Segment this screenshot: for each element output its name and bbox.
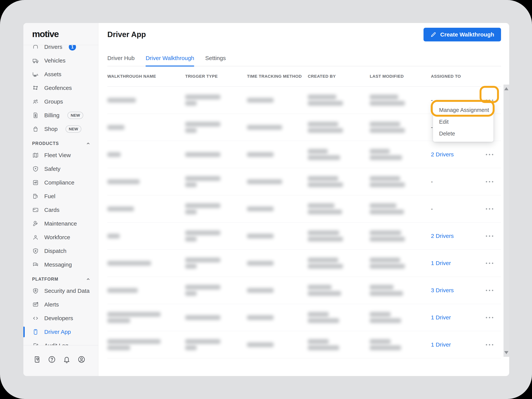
last-modified-redacted xyxy=(370,147,431,162)
created-by-redacted xyxy=(308,310,370,324)
tab-driver-walkthrough[interactable]: Driver Walkthrough xyxy=(146,55,194,66)
sidebar-item-label: Groups xyxy=(44,98,63,105)
menu-item-edit[interactable]: Edit xyxy=(433,116,494,128)
create-walkthrough-button[interactable]: Create Walkthrough xyxy=(424,28,501,41)
sidebar-item-cards[interactable]: Cards xyxy=(23,203,98,217)
last-modified-redacted xyxy=(370,256,431,270)
sidebar-item-developers[interactable]: Developers xyxy=(23,311,98,325)
sidebar-item-dispatch[interactable]: Dispatch xyxy=(23,244,98,258)
sidebar-item-label: Audit Log xyxy=(44,342,68,345)
person-icon xyxy=(32,234,39,241)
new-badge: NEW xyxy=(67,112,83,119)
column-header-asgn: ASSIGNED TO xyxy=(431,74,501,79)
sidebar-item-assets[interactable]: Assets xyxy=(23,67,98,81)
sidebar-item-workforce[interactable]: Workforce xyxy=(23,230,98,244)
row-actions-ellipsis-icon[interactable] xyxy=(485,261,494,266)
sidebar-item-label: Safety xyxy=(44,166,60,172)
tab-settings[interactable]: Settings xyxy=(205,55,226,66)
sidebar-item-label: Fleet View xyxy=(44,152,71,158)
sidebar-item-alerts[interactable]: Alerts xyxy=(23,298,98,311)
sidebar-item-compliance[interactable]: Compliance xyxy=(23,176,98,190)
tab-bar: Driver HubDriver WalkthroughSettings xyxy=(107,55,501,66)
created-by-redacted xyxy=(308,256,370,270)
assigned-drivers-link[interactable]: 2 Drivers xyxy=(431,233,454,239)
sidebar-item-fleet-view[interactable]: Fleet View xyxy=(23,148,98,162)
sidebar-item-label: Assets xyxy=(44,71,61,77)
scroll-down-arrow-icon[interactable] xyxy=(504,351,508,354)
walkthrough-name-redacted xyxy=(107,124,185,131)
account-icon[interactable] xyxy=(77,355,86,364)
sidebar-item-label: Messaging xyxy=(44,261,72,268)
dispatch-icon xyxy=(32,247,39,254)
column-header-name: WALKTHROUGH NAME xyxy=(107,74,185,79)
last-modified-redacted xyxy=(370,338,431,352)
table-row: - xyxy=(107,195,501,222)
trigger-type-redacted xyxy=(185,202,247,216)
sidebar-item-vehicles[interactable]: Vehicles xyxy=(23,54,98,67)
walkthrough-name-redacted xyxy=(107,96,185,104)
menu-item-delete[interactable]: Delete xyxy=(433,128,494,139)
logbook-icon[interactable] xyxy=(33,355,41,364)
tab-driver-hub[interactable]: Driver Hub xyxy=(107,55,134,66)
bell-icon[interactable] xyxy=(63,355,71,364)
sidebar-item-audit-log[interactable]: Audit Log xyxy=(23,339,98,345)
sidebar-item-label: Driver App xyxy=(44,329,71,335)
column-header-mod: LAST MODIFIED xyxy=(370,74,431,79)
background-panel: motive Drivers1VehiclesAssetsGeofencesGr… xyxy=(0,0,532,399)
trigger-type-redacted xyxy=(185,175,247,189)
sidebar-item-maintenance[interactable]: Maintenance xyxy=(23,217,98,230)
sidebar-item-messaging[interactable]: Messaging xyxy=(23,258,98,272)
shop-icon xyxy=(32,126,39,133)
row-actions-ellipsis-icon[interactable] xyxy=(485,234,494,239)
created-by-redacted xyxy=(308,338,370,352)
sidebar-item-label: Maintenance xyxy=(44,220,77,227)
created-by-redacted xyxy=(308,93,370,107)
chevron-up-icon[interactable] xyxy=(86,277,91,282)
time-tracking-method-redacted xyxy=(247,124,308,131)
table-row: 2 Drivers xyxy=(107,141,501,168)
trigger-type-redacted xyxy=(185,120,247,134)
sidebar-item-driver-app[interactable]: Driver App xyxy=(23,325,98,339)
assigned-drivers-link[interactable]: 1 Driver xyxy=(431,260,451,266)
trigger-type-redacted xyxy=(185,314,247,322)
sidebar-item-security-and-data[interactable]: Security and Data xyxy=(23,284,98,298)
sidebar-item-billing[interactable]: BillingNEW xyxy=(23,108,98,122)
assigned-to-value: - xyxy=(431,206,433,212)
sidebar-section-platform[interactable]: PLATFORM xyxy=(23,272,98,284)
wrench-icon xyxy=(32,220,39,227)
menu-item-manage-assignment[interactable]: Manage Assignment xyxy=(433,104,494,116)
column-header-time: TIME TRACKING METHOD xyxy=(247,74,308,79)
chevron-up-icon[interactable] xyxy=(86,141,91,146)
sidebar-item-shop[interactable]: ShopNEW xyxy=(23,122,98,136)
walkthrough-name-redacted xyxy=(107,178,185,186)
assigned-to-value: - xyxy=(431,124,433,131)
table-row: 3 Drivers xyxy=(107,277,501,304)
assigned-drivers-link[interactable]: 2 Drivers xyxy=(431,151,454,158)
last-modified-redacted xyxy=(370,120,431,134)
audit-icon xyxy=(32,342,39,345)
assigned-drivers-link[interactable]: 1 Driver xyxy=(431,342,451,348)
sidebar-item-label: Workforce xyxy=(44,234,70,241)
sidebar-item-geofences[interactable]: Geofences xyxy=(23,81,98,95)
sidebar-item-safety[interactable]: Safety xyxy=(23,162,98,176)
row-actions-ellipsis-icon[interactable] xyxy=(485,342,494,347)
help-icon[interactable] xyxy=(48,355,56,364)
walkthrough-name-redacted xyxy=(107,205,185,213)
row-actions-ellipsis-icon[interactable] xyxy=(485,315,494,320)
walkthrough-name-redacted xyxy=(107,338,185,352)
table-scrollbar[interactable] xyxy=(504,85,509,357)
row-actions-ellipsis-icon[interactable] xyxy=(485,288,494,293)
created-by-redacted xyxy=(308,283,370,297)
card-icon xyxy=(32,207,39,213)
row-actions-ellipsis-icon[interactable] xyxy=(485,152,494,157)
assigned-drivers-link[interactable]: 1 Driver xyxy=(431,314,451,321)
sidebar-item-groups[interactable]: Groups xyxy=(23,95,98,108)
scroll-up-arrow-icon[interactable] xyxy=(504,87,508,90)
assigned-drivers-link[interactable]: 3 Drivers xyxy=(431,287,454,294)
sidebar: motive Drivers1VehiclesAssetsGeofencesGr… xyxy=(23,23,98,376)
sidebar-section-products[interactable]: PRODUCTS xyxy=(23,136,98,148)
row-actions-ellipsis-icon[interactable] xyxy=(485,206,494,211)
row-actions-ellipsis-icon[interactable] xyxy=(485,179,494,184)
sidebar-item-fuel[interactable]: Fuel xyxy=(23,190,98,203)
phone-icon xyxy=(32,329,39,335)
